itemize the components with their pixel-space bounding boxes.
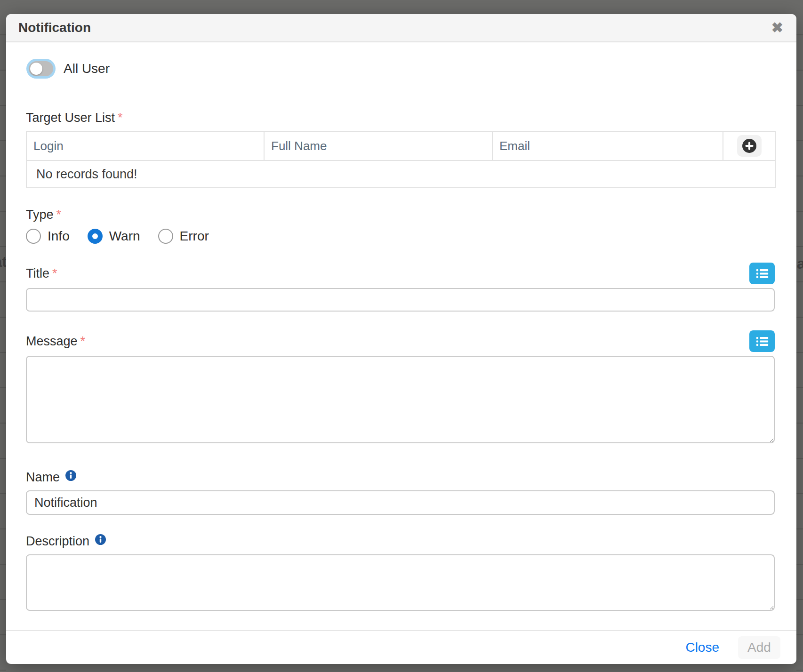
message-template-list-button[interactable]: [749, 330, 775, 352]
column-header-email: Email: [492, 131, 723, 160]
background-text-fragment: a: [797, 255, 803, 272]
radio-label-info: Info: [48, 229, 70, 244]
title-label: Title*: [26, 266, 57, 281]
background-page-right-sliver: a: [796, 0, 803, 672]
target-user-list-label: Target User List*: [26, 110, 775, 125]
notification-modal: Notification ✖ All User Target User List…: [6, 14, 796, 664]
table-row: No records found!: [26, 160, 775, 188]
description-label: Description: [26, 534, 89, 549]
add-button-disabled[interactable]: Add: [738, 636, 780, 659]
toggle-knob: [30, 63, 42, 75]
radio-label-error: Error: [180, 229, 209, 244]
target-user-list-label-text: Target User List: [26, 111, 115, 125]
description-label-row: Description: [26, 534, 775, 549]
list-icon: [756, 269, 769, 279]
required-asterisk: *: [56, 208, 62, 222]
required-asterisk: *: [118, 111, 123, 125]
title-input[interactable]: [26, 288, 775, 312]
name-label-row: Name: [26, 470, 775, 485]
target-user-list-group: Target User List* Login Full Name Email: [26, 110, 775, 188]
radio-icon-warn-selected[interactable]: [88, 229, 103, 244]
table-header-row: Login Full Name Email: [26, 131, 775, 160]
description-textarea[interactable]: [26, 554, 775, 611]
info-icon: [65, 470, 76, 481]
background-page-left-sliver: at: [0, 0, 6, 672]
message-label-row: Message*: [26, 330, 775, 352]
message-label-text: Message: [26, 334, 78, 348]
message-group: Message*: [26, 330, 775, 445]
title-template-list-button[interactable]: [749, 263, 775, 284]
info-icon: [95, 534, 106, 545]
column-header-full-name: Full Name: [264, 131, 492, 160]
type-group: Type* Info Warn Error: [26, 207, 775, 244]
description-group: Description: [26, 534, 775, 613]
table-action-column: [723, 131, 775, 160]
all-user-label: All User: [64, 61, 110, 76]
title-label-row: Title*: [26, 263, 775, 284]
type-label-text: Type: [26, 208, 54, 222]
empty-state-text: No records found!: [26, 160, 775, 188]
screen: at a Notification ✖ All User Target User…: [0, 0, 803, 672]
radio-icon-info[interactable]: [26, 229, 41, 244]
radio-label-warn: Warn: [109, 229, 140, 244]
radio-option-warn[interactable]: Warn: [88, 229, 140, 244]
title-label-text: Title: [26, 266, 49, 280]
plus-circle-icon: [742, 139, 756, 153]
radio-icon-error[interactable]: [158, 229, 173, 244]
required-asterisk: *: [52, 266, 57, 280]
modal-body: All User Target User List* Login Full Na…: [6, 42, 796, 630]
title-group: Title*: [26, 263, 775, 312]
message-textarea[interactable]: [26, 356, 775, 443]
radio-option-error[interactable]: Error: [158, 229, 209, 244]
type-label: Type*: [26, 208, 61, 222]
background-text-fragment: at: [0, 253, 6, 271]
target-user-table: Login Full Name Email: [26, 131, 776, 188]
close-button[interactable]: Close: [685, 640, 719, 655]
name-label: Name: [26, 470, 60, 485]
name-group: Name: [26, 470, 775, 515]
all-user-toggle-group: All User: [29, 61, 775, 76]
required-asterisk: *: [80, 334, 86, 348]
all-user-toggle[interactable]: [29, 61, 53, 76]
close-icon[interactable]: ✖: [771, 21, 783, 35]
add-user-button[interactable]: [737, 135, 762, 157]
type-radio-row: Info Warn Error: [26, 229, 775, 244]
message-label: Message*: [26, 334, 85, 349]
radio-option-info[interactable]: Info: [26, 229, 70, 244]
modal-header: Notification ✖: [6, 14, 796, 42]
list-icon: [756, 336, 769, 346]
modal-footer: Close Add: [6, 630, 796, 664]
modal-title: Notification: [18, 20, 91, 35]
name-input[interactable]: [26, 490, 775, 515]
column-header-login: Login: [26, 131, 264, 160]
